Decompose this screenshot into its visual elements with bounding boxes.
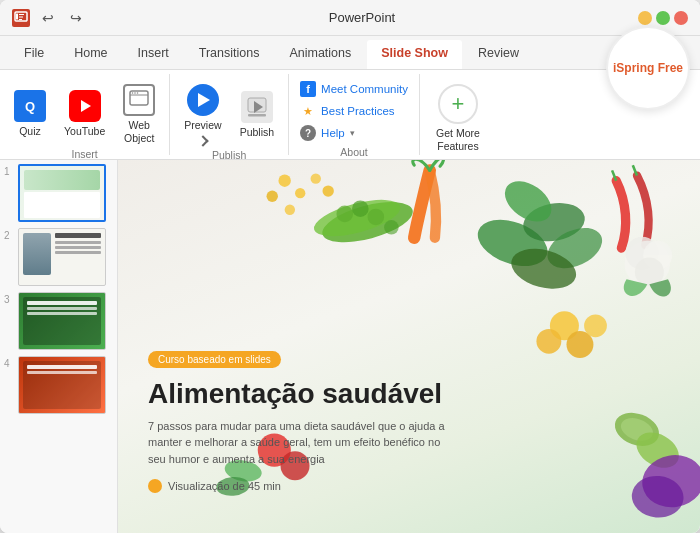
tab-file[interactable]: File xyxy=(10,40,58,69)
main-content: 1 2 xyxy=(0,160,700,533)
add-circle-icon: + xyxy=(438,84,478,124)
preview-label: Preview xyxy=(184,119,221,132)
bestpractices-link[interactable]: ★ Best Practices xyxy=(297,102,411,120)
tab-animations[interactable]: Animations xyxy=(275,40,365,69)
slide-num-1: 1 xyxy=(4,164,14,177)
insert-items: Q Quiz YouTube WebObject xyxy=(8,76,161,148)
preview-dropdown-arrow xyxy=(197,135,208,146)
help-link[interactable]: ? Help ▾ xyxy=(297,124,411,142)
about-group-label: About xyxy=(340,146,367,160)
svg-rect-3 xyxy=(19,19,22,20)
quiz-icon: Q xyxy=(14,90,46,122)
slide-preview-2[interactable] xyxy=(18,228,106,286)
ribbon-group-publish: Preview Publish Publish xyxy=(170,74,289,155)
slide-num-2: 2 xyxy=(4,228,14,241)
tab-insert[interactable]: Insert xyxy=(124,40,183,69)
youtube-button[interactable]: YouTube xyxy=(58,86,111,142)
slide-thumb-1[interactable]: 1 xyxy=(4,164,113,222)
svg-rect-1 xyxy=(19,14,24,15)
publish-items: Preview Publish xyxy=(178,76,280,149)
slide-preview-4[interactable] xyxy=(18,356,106,414)
slide-thumb-3[interactable]: 3 xyxy=(4,292,113,350)
quiz-label: Quiz xyxy=(19,125,41,138)
slide-thumb-4[interactable]: 4 xyxy=(4,356,113,414)
getmore-button[interactable]: + Get MoreFeatures xyxy=(428,80,488,156)
slide-description: 7 passos para mudar para uma dieta saudá… xyxy=(148,418,448,468)
insert-group-label: Insert xyxy=(72,148,98,162)
svg-point-7 xyxy=(132,92,134,94)
publish-label: Publish xyxy=(240,126,274,139)
help-dropdown: ▾ xyxy=(350,128,355,138)
ribbon-content: iSpring Free Q Quiz YouTube WebObject xyxy=(0,70,700,160)
slide-title: Alimentação saudável xyxy=(148,378,670,410)
getmore-items: + Get MoreFeatures xyxy=(428,76,488,156)
slide-panel[interactable]: 1 2 xyxy=(0,160,118,533)
slide-duration: Visualização de 45 min xyxy=(148,479,670,493)
course-badge: Curso baseado em slides xyxy=(148,351,281,368)
community-label: Meet Community xyxy=(321,83,408,95)
svg-point-8 xyxy=(134,92,136,94)
tab-slideshow[interactable]: Slide Show xyxy=(367,40,462,69)
title-bar: ↩ ↪ PowerPoint xyxy=(0,0,700,36)
tab-home[interactable]: Home xyxy=(60,40,121,69)
about-links: f Meet Community ★ Best Practices ? Help… xyxy=(297,76,411,146)
ispring-label: iSpring Free xyxy=(613,61,683,75)
publish-icon xyxy=(241,91,273,123)
help-icon: ? xyxy=(300,125,316,141)
facebook-icon: f xyxy=(300,81,316,97)
svg-point-9 xyxy=(137,92,139,94)
slide-thumb-2[interactable]: 2 xyxy=(4,228,113,286)
slide-view: Curso baseado em slides Alimentação saud… xyxy=(118,160,700,533)
tab-review[interactable]: Review xyxy=(464,40,533,69)
publish-button[interactable]: Publish xyxy=(234,87,280,143)
slide-preview-3[interactable] xyxy=(18,292,106,350)
duration-text: Visualização de 45 min xyxy=(168,480,281,492)
webobject-label: WebObject xyxy=(124,119,154,144)
webobject-button[interactable]: WebObject xyxy=(117,80,161,148)
svg-rect-4 xyxy=(16,13,18,19)
ribbon-group-about: f Meet Community ★ Best Practices ? Help… xyxy=(289,74,420,155)
redo-button[interactable]: ↪ xyxy=(66,8,86,28)
preview-icon xyxy=(187,84,219,116)
webobject-icon xyxy=(123,84,155,116)
app-window: ↩ ↪ PowerPoint File Home Insert Transiti… xyxy=(0,0,700,533)
ribbon-group-getmore: + Get MoreFeatures xyxy=(420,74,496,155)
preview-button[interactable]: Preview xyxy=(178,80,227,149)
slide-content: Curso baseado em slides Alimentação saud… xyxy=(148,349,670,494)
community-link[interactable]: f Meet Community xyxy=(297,80,411,98)
close-button[interactable] xyxy=(674,11,688,25)
help-label: Help xyxy=(321,127,345,139)
ribbon-tabs: File Home Insert Transitions Animations … xyxy=(0,36,700,70)
title-bar-left: ↩ ↪ xyxy=(12,8,86,28)
getmore-label: Get MoreFeatures xyxy=(436,127,480,152)
svg-rect-2 xyxy=(19,16,23,17)
youtube-label: YouTube xyxy=(64,125,105,138)
undo-button[interactable]: ↩ xyxy=(38,8,58,28)
youtube-icon xyxy=(69,90,101,122)
app-icon xyxy=(12,9,30,27)
ispring-badge[interactable]: iSpring Free xyxy=(606,26,690,110)
maximize-button[interactable] xyxy=(656,11,670,25)
quiz-button[interactable]: Q Quiz xyxy=(8,86,52,142)
star-icon: ★ xyxy=(300,103,316,119)
duration-icon xyxy=(148,479,162,493)
ribbon-group-insert: Q Quiz YouTube WebObject Insert xyxy=(0,74,170,155)
minimize-button[interactable] xyxy=(638,11,652,25)
slide-num-3: 3 xyxy=(4,292,14,305)
slide-num-4: 4 xyxy=(4,356,14,369)
slide-main: Curso baseado em slides Alimentação saud… xyxy=(118,160,700,533)
bestpractices-label: Best Practices xyxy=(321,105,395,117)
svg-rect-12 xyxy=(248,114,266,117)
window-controls xyxy=(638,11,688,25)
window-title: PowerPoint xyxy=(86,10,638,25)
slide-preview-1[interactable] xyxy=(18,164,106,222)
tab-transitions[interactable]: Transitions xyxy=(185,40,274,69)
